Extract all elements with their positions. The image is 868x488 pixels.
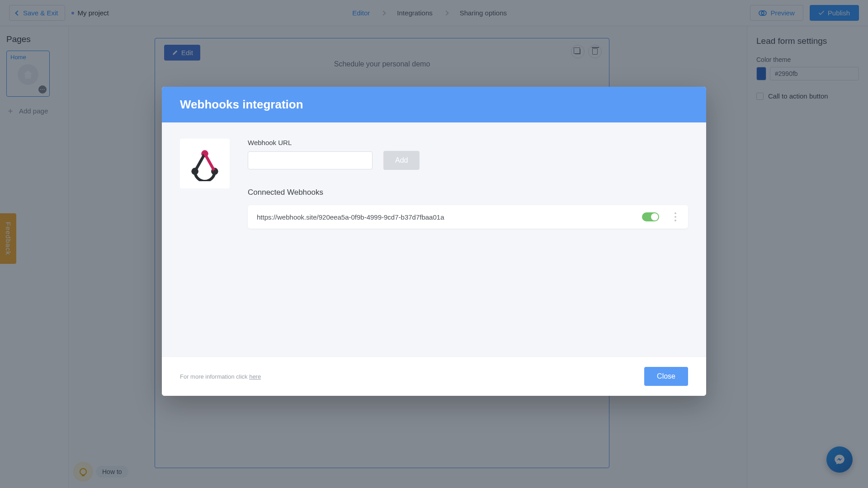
connected-webhooks-title: Connected Webhooks xyxy=(248,188,688,197)
modal-footer: For more information click here Close xyxy=(162,357,706,396)
webhook-url-label: Webhook URL xyxy=(248,139,688,146)
modal-main: Webhook URL Add Connected Webhooks https… xyxy=(248,139,688,338)
modal-title: Webhooks integration xyxy=(162,87,706,122)
webhook-toggle[interactable] xyxy=(642,212,659,221)
modal-body: Webhook URL Add Connected Webhooks https… xyxy=(162,122,706,357)
close-button[interactable]: Close xyxy=(644,367,688,386)
add-webhook-button[interactable]: Add xyxy=(383,151,420,170)
webhook-logo xyxy=(180,139,230,188)
url-row: Add xyxy=(248,151,688,170)
webhook-item-url: https://webhook.site/920eea5a-0f9b-4999-… xyxy=(257,213,642,221)
webhooks-modal: Webhooks integration Webhook URL Add Con… xyxy=(162,87,706,396)
webhook-url-input[interactable] xyxy=(248,151,373,169)
webhook-kebab-menu[interactable] xyxy=(672,212,679,221)
footer-info-prefix: For more information click xyxy=(180,373,249,380)
webhook-item-controls xyxy=(642,212,679,221)
webhook-icon xyxy=(187,146,222,181)
footer-info-link[interactable]: here xyxy=(249,373,261,380)
webhook-item: https://webhook.site/920eea5a-0f9b-4999-… xyxy=(248,205,688,229)
footer-info: For more information click here xyxy=(180,373,261,380)
